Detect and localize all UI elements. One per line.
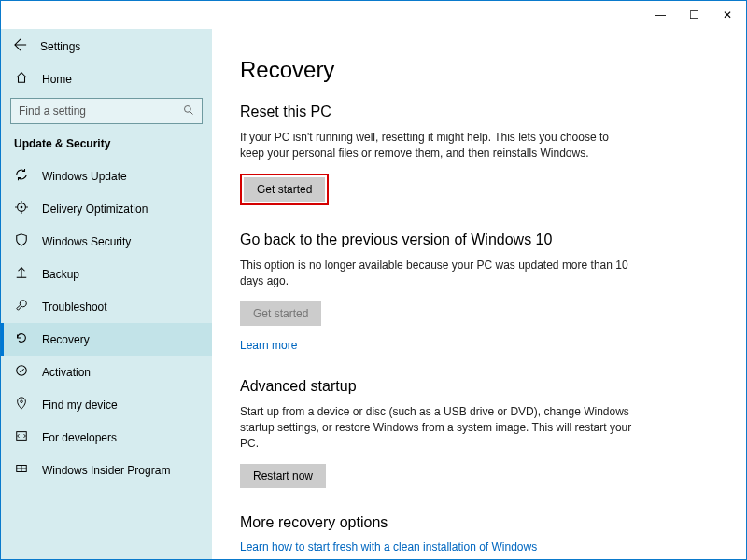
maximize-icon: ☐ (689, 8, 699, 21)
sidebar-nav: Windows Update Delivery Optimization Win… (1, 160, 212, 486)
content-area[interactable]: Recovery Reset this PC If your PC isn't … (212, 29, 746, 559)
svg-line-1 (190, 111, 193, 114)
section-body: If your PC isn't running well, resetting… (240, 130, 632, 162)
section-heading: Advanced startup (240, 378, 632, 395)
minimize-icon: — (655, 8, 666, 21)
sidebar-item-windows-update[interactable]: Windows Update (1, 160, 212, 192)
section-advanced-startup: Advanced startup Start up from a device … (240, 378, 632, 488)
sidebar-item-label: Activation (42, 366, 91, 379)
fresh-start-link[interactable]: Learn how to start fresh with a clean in… (240, 540, 537, 553)
svg-rect-12 (17, 432, 27, 441)
sidebar-item-label: Delivery Optimization (42, 203, 148, 216)
section-heading: Go back to the previous version of Windo… (240, 231, 632, 248)
delivery-icon (14, 201, 29, 217)
sidebar-section-title: Update & Security (1, 137, 212, 160)
sync-icon (14, 168, 29, 184)
sidebar-header: Settings (1, 33, 212, 63)
sidebar-item-label: Recovery (42, 333, 90, 346)
sidebar-item-windows-insider[interactable]: Windows Insider Program (1, 454, 212, 486)
section-heading: More recovery options (240, 514, 632, 531)
home-icon (14, 71, 29, 87)
back-arrow-icon (14, 38, 27, 51)
svg-point-3 (21, 206, 23, 209)
section-reset-this-pc: Reset this PC If your PC isn't running w… (240, 104, 632, 205)
goback-get-started-button: Get started (240, 301, 321, 326)
sidebar-item-label: Windows Security (42, 235, 131, 248)
svg-point-11 (21, 400, 23, 403)
close-icon: ✕ (723, 8, 732, 21)
search-box[interactable] (10, 98, 203, 124)
sidebar-item-recovery[interactable]: Recovery (1, 323, 212, 356)
developers-icon (14, 429, 29, 445)
section-more-recovery: More recovery options Learn how to start… (240, 514, 632, 553)
sidebar-item-label: Backup (42, 268, 79, 281)
sidebar-home[interactable]: Home (1, 63, 212, 98)
settings-window: — ☐ ✕ Settings Home (0, 0, 747, 560)
maximize-button[interactable]: ☐ (677, 2, 711, 28)
sidebar-item-troubleshoot[interactable]: Troubleshoot (1, 290, 212, 323)
sidebar-item-find-my-device[interactable]: Find my device (1, 388, 212, 421)
sidebar: Settings Home Update & Security (1, 29, 212, 559)
close-button[interactable]: ✕ (711, 2, 744, 28)
insider-icon (14, 462, 29, 478)
recovery-icon (14, 331, 29, 347)
minimize-button[interactable]: — (643, 2, 677, 28)
sidebar-item-label: Windows Insider Program (42, 464, 170, 477)
section-body: Start up from a device or disc (such as … (240, 404, 632, 453)
sidebar-item-label: Windows Update (42, 170, 127, 183)
page-title: Recovery (240, 57, 737, 83)
backup-icon (14, 266, 29, 282)
titlebar: — ☐ ✕ (1, 1, 746, 29)
sidebar-item-label: Troubleshoot (42, 301, 107, 314)
sidebar-item-activation[interactable]: Activation (1, 356, 212, 388)
wrench-icon (14, 299, 29, 315)
svg-point-0 (185, 105, 191, 112)
reset-get-started-button[interactable]: Get started (244, 177, 325, 202)
shield-icon (14, 233, 29, 249)
window-body: Settings Home Update & Security (1, 29, 746, 559)
learn-more-link[interactable]: Learn more (240, 339, 297, 352)
sidebar-item-for-developers[interactable]: For developers (1, 421, 212, 454)
search-wrap (1, 98, 212, 137)
sidebar-item-backup[interactable]: Backup (1, 258, 212, 290)
location-icon (14, 397, 29, 413)
activation-icon (14, 364, 29, 380)
sidebar-item-windows-security[interactable]: Windows Security (1, 225, 212, 258)
restart-now-button[interactable]: Restart now (240, 464, 326, 488)
sidebar-item-label: Find my device (42, 399, 118, 412)
section-go-back: Go back to the previous version of Windo… (240, 231, 632, 352)
home-label: Home (42, 73, 72, 86)
section-heading: Reset this PC (240, 104, 632, 120)
highlight-box: Get started (240, 174, 329, 205)
svg-point-10 (17, 366, 27, 376)
back-button[interactable] (14, 38, 27, 54)
search-icon (183, 105, 194, 119)
sidebar-item-label: For developers (42, 431, 117, 444)
search-input[interactable] (19, 105, 183, 118)
sidebar-item-delivery-optimization[interactable]: Delivery Optimization (1, 192, 212, 225)
app-title: Settings (40, 40, 80, 53)
section-body: This option is no longer available becau… (240, 258, 632, 290)
